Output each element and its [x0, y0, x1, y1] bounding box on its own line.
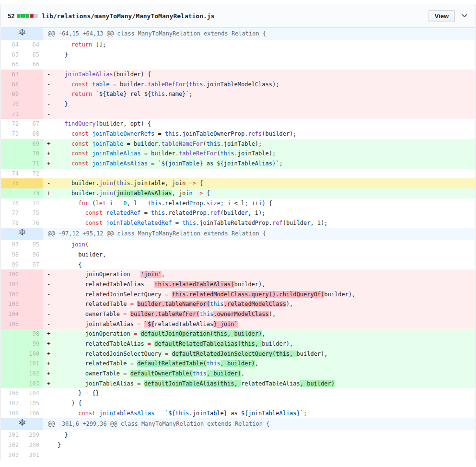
new-line-number[interactable]: 99	[23, 339, 43, 349]
code-token: =	[113, 200, 124, 207]
code-cell: for (let i = 0, l = this.relatedProp.siz…	[43, 198, 475, 209]
old-line-number[interactable]: 69	[1, 89, 23, 99]
new-line-number[interactable]: 97	[23, 260, 43, 270]
new-line-number[interactable]: 67	[23, 119, 43, 129]
diff-marker	[43, 129, 58, 139]
file-options-dropdown-button[interactable]	[459, 11, 470, 21]
new-line-number[interactable]: 72	[23, 169, 43, 179]
code-token: builder),	[297, 350, 328, 357]
new-line-number[interactable]: 95	[23, 240, 43, 250]
diff-row-addition: 69+ const joinTable = builder.tableNameF…	[1, 139, 475, 149]
expand-hunk-button[interactable]	[19, 418, 25, 427]
old-line-number[interactable]: 105	[1, 319, 23, 329]
new-line-number[interactable]: 102	[23, 369, 43, 379]
new-line-number[interactable]: 70	[23, 149, 43, 159]
old-line-number[interactable]: 72	[1, 119, 23, 129]
old-line-number[interactable]: 67	[1, 70, 23, 80]
old-line-number[interactable]	[1, 379, 23, 389]
code-token: , builder)	[207, 370, 241, 377]
old-line-number[interactable]: 68	[1, 80, 23, 90]
old-line-number[interactable]: 102	[1, 290, 23, 300]
old-line-number[interactable]: 65	[1, 50, 23, 60]
new-line-number[interactable]: 96	[23, 250, 43, 260]
old-line-number[interactable]: 64	[1, 40, 23, 50]
old-line-number[interactable]	[1, 369, 23, 379]
old-line-number[interactable]	[1, 159, 23, 169]
new-line-number[interactable]: 71	[23, 159, 43, 169]
old-line-number[interactable]: 66	[1, 59, 23, 70]
old-line-number[interactable]: 98	[1, 250, 23, 260]
new-line-number[interactable]: 65	[23, 50, 43, 60]
old-line-number[interactable]: 97	[1, 240, 23, 250]
new-line-number[interactable]: 74	[23, 198, 43, 209]
code-token: this	[210, 301, 224, 307]
new-line-number[interactable]: 73	[23, 188, 43, 198]
old-line-number[interactable]	[1, 329, 23, 339]
new-line-number[interactable]: 100	[23, 349, 43, 359]
new-line-number[interactable]	[23, 319, 43, 329]
new-line-number[interactable]: 68	[23, 129, 43, 139]
old-line-number[interactable]	[1, 139, 23, 149]
new-line-number[interactable]: 103	[23, 379, 43, 389]
code-token: relatedTableAlias	[154, 321, 213, 327]
new-line-number[interactable]: 98	[23, 329, 43, 339]
old-line-number[interactable]	[1, 149, 23, 159]
old-line-number[interactable]: 101	[1, 280, 23, 290]
code-cell: + builder.join(joinTableAsAlias, join =>…	[43, 188, 475, 198]
new-line-number[interactable]: 104	[23, 388, 43, 398]
old-line-number[interactable]: 71	[1, 109, 23, 119]
expand-hunk-button[interactable]	[19, 28, 25, 37]
old-line-number[interactable]: 108	[1, 409, 23, 419]
expand-hunk-button[interactable]	[19, 228, 25, 237]
old-line-number[interactable]: 70	[1, 99, 23, 109]
code-token	[95, 410, 99, 417]
new-line-number[interactable]	[23, 109, 43, 119]
new-line-number[interactable]: 105	[23, 398, 43, 409]
code-token: ,	[241, 370, 244, 377]
old-line-number[interactable]: 77	[1, 208, 23, 218]
new-line-number[interactable]	[23, 290, 43, 300]
new-line-number[interactable]: 299	[23, 430, 43, 440]
old-line-number[interactable]: 103	[1, 299, 23, 309]
new-line-number[interactable]	[23, 80, 43, 90]
old-line-number[interactable]: 76	[1, 198, 23, 209]
new-line-number[interactable]: 301	[23, 450, 43, 460]
new-line-number[interactable]	[23, 269, 43, 280]
new-line-number[interactable]	[23, 70, 43, 80]
view-button[interactable]: View	[429, 10, 455, 22]
old-line-number[interactable]	[1, 359, 23, 369]
new-line-number[interactable]: 300	[23, 440, 43, 450]
old-line-number[interactable]	[1, 349, 23, 359]
old-line-number[interactable]: 106	[1, 388, 23, 398]
old-line-number[interactable]: 100	[1, 269, 23, 280]
old-line-number[interactable]: 104	[1, 309, 23, 319]
old-line-number[interactable]: 78	[1, 218, 23, 228]
old-line-number[interactable]: 301	[1, 430, 23, 440]
old-line-number[interactable]: 303	[1, 450, 23, 460]
new-line-number[interactable]	[23, 178, 43, 188]
new-line-number[interactable]: 76	[23, 218, 43, 228]
old-line-number[interactable]	[1, 339, 23, 349]
new-line-number[interactable]: 69	[23, 139, 43, 149]
new-line-number[interactable]	[23, 89, 43, 99]
old-line-number[interactable]: 73	[1, 129, 23, 139]
new-line-number[interactable]	[23, 299, 43, 309]
old-line-number[interactable]: 107	[1, 398, 23, 409]
new-line-number[interactable]: 101	[23, 359, 43, 369]
diff-marker: +	[43, 359, 58, 369]
new-line-number[interactable]: 64	[23, 40, 43, 50]
old-line-number[interactable]: 302	[1, 440, 23, 450]
code-cell: - joinTableAlias = `${relatedTableAlias}…	[43, 319, 475, 329]
diff-row-deletion: 104- ownerTable = builder.tableRefFor(th…	[1, 309, 475, 319]
new-line-number[interactable]: 106	[23, 409, 43, 419]
old-line-number[interactable]: 99	[1, 260, 23, 270]
old-line-number[interactable]: 75	[1, 178, 23, 188]
new-line-number[interactable]	[23, 280, 43, 290]
code-token: =	[140, 210, 151, 216]
new-line-number[interactable]: 66	[23, 59, 43, 70]
new-line-number[interactable]	[23, 99, 43, 109]
new-line-number[interactable]	[23, 309, 43, 319]
old-line-number[interactable]: 74	[1, 169, 23, 179]
new-line-number[interactable]: 75	[23, 208, 43, 218]
old-line-number[interactable]	[1, 188, 23, 198]
